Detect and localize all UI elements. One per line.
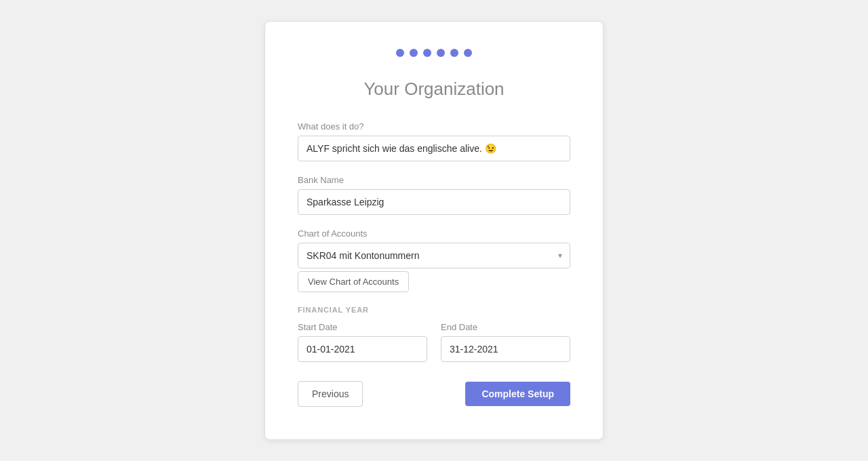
what-does-input[interactable]	[298, 136, 570, 161]
footer-buttons: Previous Complete Setup	[298, 381, 570, 407]
bank-name-input[interactable]	[298, 189, 570, 215]
complete-setup-button[interactable]: Complete Setup	[465, 382, 570, 406]
end-date-label: End Date	[441, 322, 570, 332]
chart-of-accounts-wrapper: SKR04 mit Kontonummern SKR03 mit Kontonu…	[298, 243, 570, 268]
what-does-label: What does it do?	[298, 121, 570, 132]
date-row: Start Date End Date	[298, 322, 570, 362]
chart-of-accounts-label: Chart of Accounts	[298, 228, 570, 239]
start-date-input[interactable]	[298, 336, 427, 362]
step-dot-5	[450, 49, 458, 57]
step-dot-4	[437, 49, 445, 57]
bank-name-label: Bank Name	[298, 175, 570, 185]
financial-year-section: FINANCIAL YEAR Start Date End Date	[298, 306, 570, 362]
view-chart-button[interactable]: View Chart of Accounts	[298, 271, 409, 292]
previous-button[interactable]: Previous	[298, 381, 363, 407]
start-date-label: Start Date	[298, 322, 427, 332]
bank-name-group: Bank Name	[298, 175, 570, 215]
setup-card: Your Organization What does it do? Bank …	[264, 21, 604, 440]
what-does-group: What does it do?	[298, 121, 570, 161]
chart-of-accounts-group: Chart of Accounts SKR04 mit Kontonummern…	[298, 228, 570, 292]
end-date-input[interactable]	[441, 336, 570, 362]
chart-of-accounts-select[interactable]: SKR04 mit Kontonummern SKR03 mit Kontonu…	[298, 243, 570, 268]
step-dot-2	[410, 49, 418, 57]
step-dot-1	[396, 49, 404, 57]
page-title: Your Organization	[298, 79, 570, 100]
step-dot-3	[423, 49, 431, 57]
stepper	[298, 49, 570, 57]
end-date-group: End Date	[441, 322, 570, 362]
start-date-group: Start Date	[298, 322, 427, 362]
step-dot-6	[464, 49, 472, 57]
financial-year-label: FINANCIAL YEAR	[298, 306, 570, 314]
